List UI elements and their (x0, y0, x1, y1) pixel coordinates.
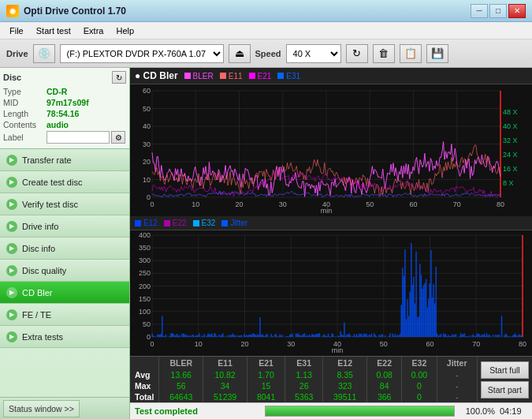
save-button[interactable]: 💾 (426, 44, 448, 63)
menu-start-test[interactable]: Start test (30, 24, 77, 37)
titlebar-controls: ─ □ ✕ (471, 4, 526, 18)
sidebar-item-disc-quality[interactable]: ▶ Disc quality (0, 260, 129, 282)
disc-info-icon: ▶ (6, 243, 17, 254)
progress-time: 04:19 (500, 406, 527, 416)
maximize-button[interactable]: □ (489, 4, 507, 18)
disc-type-value: CD-R (47, 87, 67, 96)
legend-e11-dot (220, 73, 226, 79)
sidebar-item-transfer-rate[interactable]: ▶ Transfer rate (0, 149, 129, 171)
sidebar-item-extra-tests-label: Extra tests (22, 332, 63, 342)
legend-e12-dot (135, 220, 141, 226)
lower-chart-header: E12 E22 E32 Jitter (130, 216, 532, 230)
avg-bler: 13.66 (159, 369, 203, 380)
titlebar: ◉ Opti Drive Control 1.70 ─ □ ✕ (0, 0, 532, 22)
drive-info-icon: ▶ (6, 221, 17, 232)
clear-button[interactable]: 🗑 (373, 44, 395, 63)
toolbar: Drive 💿 (F:) PLEXTOR DVDR PX-760A 1.07 ⏏… (0, 39, 532, 68)
speed-select[interactable]: 40 X 8 X 16 X 24 X 32 X 48 X Max (286, 44, 341, 63)
disc-contents-value: audio (47, 120, 69, 129)
close-button[interactable]: ✕ (508, 4, 526, 18)
upper-chart-title: ● CD Bler (135, 70, 178, 81)
upper-chart-header: ● CD Bler BLER E11 E21 E31 (130, 68, 532, 84)
avg-e31: 1.13 (285, 369, 323, 380)
avg-jitter: - (437, 369, 477, 380)
sidebar-item-create-test-disc[interactable]: ▶ Create test disc (0, 171, 129, 193)
disc-type-label: Type (3, 87, 47, 96)
drive-label: Drive (6, 49, 28, 58)
drive-icon-btn[interactable]: 💿 (33, 44, 55, 63)
start-part-button[interactable]: Start part (481, 381, 529, 398)
data-table: BLER E11 E21 E31 E12 E22 E32 Jitter Avg … (130, 357, 478, 402)
legend-e22: E22 (164, 219, 187, 227)
disc-header-title: Disc (3, 73, 21, 82)
col-header-empty (130, 357, 159, 369)
col-header-e22: E22 (367, 357, 402, 369)
status-label-container: Test completed (130, 406, 260, 416)
total-e12: 39511 (323, 391, 367, 402)
transfer-rate-icon: ▶ (6, 155, 17, 166)
verify-test-disc-icon: ▶ (6, 199, 17, 210)
app-icon: ◉ (6, 5, 19, 17)
table-row-total: Total 64643 51239 8041 5363 39511 366 0 … (130, 391, 477, 402)
disc-mid-value: 97m17s09f (47, 98, 89, 107)
upper-chart-canvas (130, 84, 532, 215)
drive-select[interactable]: (F:) PLEXTOR DVDR PX-760A 1.07 (60, 44, 224, 63)
refresh-button[interactable]: ↻ (346, 44, 368, 63)
sidebar-item-disc-info-label: Disc info (22, 244, 55, 253)
action-buttons: Start full Start part (478, 357, 532, 402)
sidebar-item-disc-info[interactable]: ▶ Disc info (0, 238, 129, 260)
table-row-avg: Avg 13.66 10.82 1.70 1.13 8.35 0.08 0.00… (130, 369, 477, 380)
progress-percent: 100.0% (459, 406, 495, 416)
max-e22: 84 (367, 380, 402, 391)
total-e32: 0 (402, 391, 437, 402)
upper-chart: ● CD Bler BLER E11 E21 E31 (130, 68, 532, 216)
cd-bler-icon: ▶ (6, 287, 17, 298)
sidebar-item-verify-test-disc[interactable]: ▶ Verify test disc (0, 193, 129, 215)
table-row-max: Max 56 34 15 26 323 84 0 - (130, 380, 477, 391)
max-bler: 56 (159, 380, 203, 391)
total-e31: 5363 (285, 391, 323, 402)
label-settings-button[interactable]: ⚙ (111, 131, 125, 144)
sidebar-item-drive-info[interactable]: ▶ Drive info (0, 215, 129, 238)
legend-e32-dot (193, 220, 199, 226)
menu-help[interactable]: Help (110, 24, 140, 37)
minimize-button[interactable]: ─ (471, 4, 488, 18)
legend-e31-label: E31 (286, 72, 300, 80)
progress-container: 100.0% 04:19 (260, 406, 532, 417)
avg-e22: 0.08 (367, 369, 402, 380)
disc-quality-icon: ▶ (6, 265, 17, 276)
lower-chart: E12 E22 E32 Jitter (130, 216, 532, 356)
sidebar-item-cd-bler[interactable]: ▶ CD Bler (0, 282, 129, 304)
total-e11: 51239 (203, 391, 247, 402)
sidebar-item-cd-bler-label: CD Bler (22, 288, 53, 297)
bottom-bar: Test completed 100.0% 04:19 (130, 402, 532, 419)
sidebar-nav: ▶ Transfer rate ▶ Create test disc ▶ Ver… (0, 149, 129, 397)
disc-panel: Disc ↻ Type CD-R MID 97m17s09f Length 78… (0, 68, 129, 149)
disc-label-input[interactable] (47, 131, 110, 144)
max-e31: 26 (285, 380, 323, 391)
disc-type-row: Type CD-R (3, 87, 126, 96)
menu-extra[interactable]: Extra (77, 24, 110, 37)
sidebar-item-fe-te[interactable]: ▶ FE / TE (0, 304, 129, 326)
max-label: Max (130, 380, 159, 391)
legend-e12-label: E12 (143, 219, 158, 227)
sidebar-item-disc-quality-label: Disc quality (22, 266, 66, 275)
legend-bler-label: BLER (193, 72, 214, 80)
avg-e32: 0.00 (402, 369, 437, 380)
avg-label: Avg (130, 369, 159, 380)
status-window-button[interactable]: Status window >> (3, 400, 80, 417)
disc-mid-row: MID 97m17s09f (3, 98, 126, 107)
eject-button[interactable]: ⏏ (229, 44, 251, 63)
menu-file[interactable]: File (3, 24, 30, 37)
clipboard-button[interactable]: 📋 (400, 44, 422, 63)
col-header-e21: E21 (247, 357, 285, 369)
legend-jitter-dot (221, 220, 228, 226)
disc-length-row: Length 78:54.16 (3, 109, 126, 118)
disc-refresh-button[interactable]: ↻ (112, 71, 126, 84)
start-full-button[interactable]: Start full (481, 361, 529, 379)
content-area: ● CD Bler BLER E11 E21 E31 (130, 68, 532, 419)
speed-label: Speed (255, 49, 281, 58)
main-layout: Disc ↻ Type CD-R MID 97m17s09f Length 78… (0, 68, 532, 419)
total-bler: 64643 (159, 391, 203, 402)
sidebar-item-extra-tests[interactable]: ▶ Extra tests (0, 326, 129, 348)
